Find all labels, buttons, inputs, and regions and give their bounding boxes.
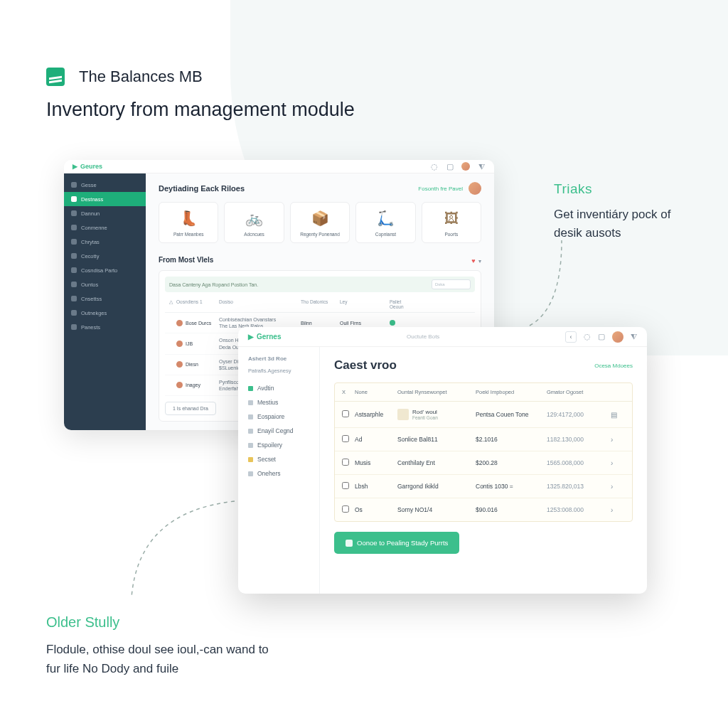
- sidebar-item[interactable]: Dannun: [64, 206, 146, 220]
- col-header[interactable]: Ountal Rynsewonpet: [397, 389, 476, 395]
- col-header[interactable]: Tho Datonics: [301, 299, 340, 309]
- filter-icon[interactable]: ⧨: [477, 162, 486, 171]
- section-title: From Most Vlels: [159, 256, 213, 264]
- col-header[interactable]: X: [342, 389, 355, 395]
- col-header[interactable]: Oosndiens 1: [176, 299, 219, 309]
- window-casest-vroo: Gernes Ouctute Bots ‹ ◌ ▢ ⧨ Ashert 3d Ro…: [238, 327, 647, 594]
- col-header[interactable]: Ley: [340, 299, 390, 309]
- col-header[interactable]: [611, 389, 625, 395]
- product-card[interactable]: 🚲Adcncues: [224, 202, 284, 243]
- chevron-right-icon[interactable]: ›: [611, 436, 625, 444]
- sidebar2-item[interactable]: Mestius: [238, 395, 319, 410]
- row-name: Bose Durcs: [176, 320, 219, 326]
- col-header[interactable]: △: [169, 299, 176, 309]
- col-header[interactable]: Dosiso: [219, 299, 301, 309]
- row-checkbox[interactable]: [342, 459, 349, 466]
- avatar-sm-icon[interactable]: [469, 182, 481, 195]
- table-header: △Oosndiens 1DosisoTho DatonicsLeyPaliet …: [165, 296, 475, 313]
- row-checkbox[interactable]: [342, 410, 349, 417]
- window1-toolbar: Geures ◌ ▢ ⧨: [64, 160, 494, 173]
- sidebar-item[interactable]: Gesse: [64, 178, 146, 192]
- col-header[interactable]: Paliet Oeoun: [390, 299, 411, 309]
- sidebar-item[interactable]: Conmenne: [64, 220, 146, 235]
- delete-icon[interactable]: ▤: [611, 411, 625, 419]
- callout-right-body: Get inventiáry pock of desik ausots: [554, 205, 682, 242]
- main2-action-link[interactable]: Ocesa Mdoees: [594, 363, 633, 369]
- sidebar-item[interactable]: Ountos: [64, 277, 146, 291]
- product-icon: 📦: [296, 208, 343, 228]
- col-header[interactable]: Gmator Ogoset: [547, 389, 611, 395]
- table2-header: XNoneOuntal RynsewonpetPoekl ImpbopedGma…: [335, 383, 632, 402]
- sidebar2-item[interactable]: Eospaiore: [238, 410, 319, 424]
- callout-bottom-body: Flodule, othise doul see ioul,-can wand …: [46, 641, 281, 678]
- table-row[interactable]: AdSonlice Bal811$2.10161182.130,000›: [335, 428, 632, 451]
- table-row[interactable]: LbshGarrgond IkikldContis 1030 =1325.820…: [335, 475, 632, 498]
- panel-search-input[interactable]: Dska: [432, 279, 471, 289]
- sidebar: GesseDestnassDannunConmenneChrytasCecott…: [64, 173, 146, 430]
- primary-action-button[interactable]: Oonoe to Pealing Stady Purrts: [334, 532, 459, 554]
- table-row[interactable]: MusisCenthilaty Ent$200.281565.008,000›: [335, 451, 632, 475]
- product-icon: 👢: [165, 208, 212, 228]
- product-label: Patrr Meanbes: [165, 232, 212, 237]
- header-action-link[interactable]: Fosonth fre Pavel: [418, 186, 463, 192]
- avatar-icon[interactable]: [461, 162, 470, 171]
- row-name: Inagey: [176, 382, 219, 388]
- chevron-right-icon[interactable]: ›: [611, 506, 625, 514]
- sidebar2-item[interactable]: Secset: [238, 452, 319, 466]
- sidebar-item[interactable]: Destnass: [64, 192, 146, 206]
- sidebar2-item[interactable]: Avdtin: [238, 381, 319, 395]
- row-checkbox[interactable]: [342, 482, 349, 489]
- table-row[interactable]: AstsarphleRod' woulFeanti GoanPentsa Cou…: [335, 402, 632, 428]
- avatar-icon[interactable]: [612, 331, 623, 343]
- window2-toolbar: Gernes Ouctute Bots ‹ ◌ ▢ ⧨: [238, 327, 647, 347]
- chevron-right-icon[interactable]: ›: [611, 459, 625, 467]
- panel-banner: Dasa Canteny Aga Ropand Postion Tan.: [169, 282, 258, 287]
- product-label: Adcncues: [230, 232, 277, 237]
- sidebar2-item[interactable]: Enayil Cegnd: [238, 424, 319, 438]
- sidebar-item[interactable]: Cosndisa Parto: [64, 263, 146, 277]
- sidebar2-item[interactable]: Espoilery: [238, 438, 319, 452]
- col-header[interactable]: None: [355, 389, 397, 395]
- sidebar2-item[interactable]: Onehers: [238, 466, 319, 481]
- app-logo[interactable]: Gernes: [248, 333, 281, 341]
- sidebar-item[interactable]: Chrytas: [64, 235, 146, 249]
- sidebar-item[interactable]: Cecotty: [64, 249, 146, 263]
- chevron-down-icon[interactable]: ▾: [478, 258, 481, 264]
- product-label: Poorts: [428, 232, 475, 237]
- filter-icon[interactable]: ⧨: [631, 332, 637, 341]
- product-icon: 🖼: [428, 208, 475, 228]
- callout-bottom-title: Older Stully: [46, 614, 281, 631]
- bell-icon[interactable]: ◌: [430, 162, 439, 171]
- product-card[interactable]: 📦Regenty Ponenand: [290, 202, 350, 243]
- footer-button[interactable]: 1 Is ehanad Dra: [165, 402, 216, 415]
- app-logo[interactable]: Geures: [73, 163, 102, 170]
- page-subtitle: Inventory from management module: [46, 99, 682, 121]
- brand-title: The Balances MB: [79, 68, 203, 86]
- product-card[interactable]: 👢Patrr Meanbes: [159, 202, 218, 243]
- row-name: IJB: [176, 341, 219, 347]
- folder-icon[interactable]: ▢: [446, 162, 454, 171]
- heart-icon[interactable]: ♥: [471, 257, 475, 264]
- thumb-icon: [397, 409, 409, 420]
- product-card[interactable]: 🖼Poorts: [422, 202, 481, 243]
- chevron-right-icon[interactable]: ›: [611, 483, 625, 491]
- row-checkbox[interactable]: [342, 435, 349, 442]
- product-card[interactable]: 🛴Copnianst: [355, 202, 415, 243]
- table2: XNoneOuntal RynsewonpetPoekl ImpbopedGma…: [334, 382, 633, 522]
- product-icon: 🚲: [230, 208, 277, 228]
- sidebar-item[interactable]: Outnekges: [64, 306, 146, 320]
- bell-icon[interactable]: ◌: [584, 332, 591, 341]
- sidebar-item[interactable]: Panests: [64, 320, 146, 334]
- main2-title: Caest vroo: [334, 358, 397, 373]
- arrow-top-right: [526, 237, 569, 329]
- row-checkbox[interactable]: [342, 505, 349, 513]
- sidebar-item[interactable]: Cnsettss: [64, 291, 146, 306]
- chevron-left-icon[interactable]: ‹: [565, 331, 577, 343]
- table-row[interactable]: OsSorny NO1/4$90.0161253:008.000›: [335, 498, 632, 521]
- folder-icon[interactable]: ▢: [598, 332, 605, 341]
- callout-bottom: Older Stully Flodule, othise doul see io…: [46, 614, 281, 678]
- col-header[interactable]: Poekl Impboped: [476, 389, 547, 395]
- product-label: Regenty Ponenand: [296, 232, 343, 237]
- sidebar2: Ashert 3d Roe Patrafls.Agesnesy AvdtinMe…: [238, 347, 320, 594]
- brand-icon: [46, 68, 65, 86]
